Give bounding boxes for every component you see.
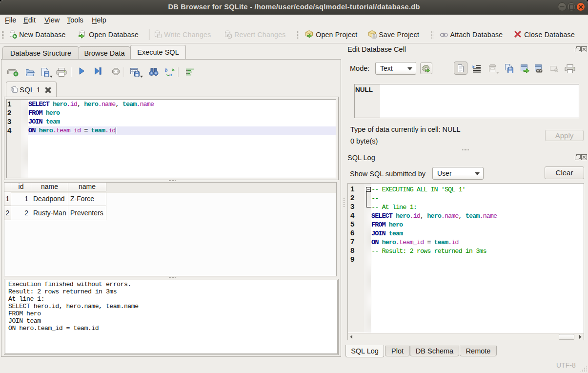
svg-text:a: a (169, 71, 172, 77)
svg-text:b: b (165, 67, 168, 73)
